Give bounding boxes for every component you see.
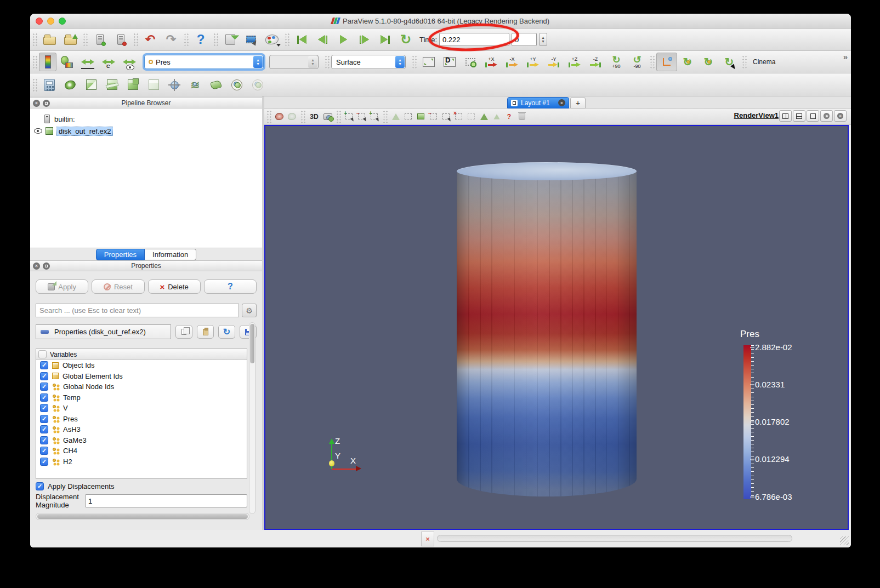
view-minus-z-button[interactable]: -Z [585, 53, 606, 71]
grow-selection-button[interactable] [465, 111, 478, 123]
redo-button[interactable]: ↷ [161, 30, 181, 49]
edit-color-map-button[interactable] [56, 53, 77, 71]
slice-filter-button[interactable] [101, 76, 122, 94]
maximize-view-button[interactable] [807, 110, 819, 122]
search-input[interactable] [36, 304, 239, 317]
variables-header-checkbox[interactable] [38, 350, 47, 358]
apply-displacements-row[interactable]: ✓ Apply Displacements [36, 482, 114, 490]
variable-checkbox[interactable]: ✓ [40, 383, 48, 391]
visibility-eye-icon[interactable] [34, 128, 42, 134]
split-horizontal-button[interactable] [779, 110, 792, 122]
pipeline-item-source[interactable]: disk_out_ref.ex2 [30, 125, 262, 137]
save-data-button[interactable] [60, 30, 81, 49]
tab-layout-1[interactable]: Layout #1 × [507, 97, 569, 109]
paste-properties-button[interactable] [197, 325, 214, 339]
select-points-interactively-button[interactable]: × [452, 111, 465, 123]
variable-checkbox[interactable]: ✓ [40, 458, 48, 466]
split-vertical-button[interactable] [793, 110, 805, 122]
separate-color-map-button[interactable] [286, 111, 298, 123]
variable-row[interactable]: ✓Global Element Ids [36, 371, 247, 382]
tab-properties[interactable]: Properties [96, 249, 145, 260]
variable-checkbox[interactable]: ✓ [40, 404, 48, 412]
warp-by-vector-button[interactable] [206, 76, 226, 94]
previous-frame-button[interactable] [312, 30, 333, 49]
toolbar-overflow-chevron[interactable]: » [843, 52, 848, 61]
view-plus-x-button[interactable]: +X [481, 53, 502, 71]
render-view-name[interactable]: RenderView1 [734, 111, 779, 119]
undock-view-button[interactable] [820, 110, 833, 122]
abort-progress-button[interactable]: × [421, 532, 434, 546]
minimize-window-button[interactable] [47, 18, 54, 25]
last-frame-button[interactable] [374, 30, 395, 49]
variable-checkbox[interactable]: ✓ [40, 393, 48, 402]
frame-number-input[interactable] [512, 33, 537, 46]
view-minus-x-button[interactable]: -X [502, 53, 523, 71]
variable-row[interactable]: ✓V [36, 403, 247, 414]
loop-button[interactable]: ↻ [395, 30, 416, 49]
zoom-to-box-button[interactable] [460, 53, 481, 71]
variable-checkbox[interactable]: ✓ [40, 372, 48, 380]
color-by-dropdown[interactable]: Pres ▴▾ [144, 55, 264, 69]
show-center-of-rotation-button[interactable]: ↻ [677, 53, 698, 71]
clip-filter-button[interactable] [81, 76, 101, 94]
threshold-filter-button[interactable] [122, 76, 143, 94]
resize-grip[interactable] [840, 536, 849, 545]
open-file-button[interactable] [39, 30, 60, 49]
variable-row[interactable]: ✓CH4 [36, 446, 247, 456]
copy-properties-button[interactable] [175, 325, 192, 339]
reset-camera-button[interactable] [418, 53, 439, 71]
render-view[interactable]: Z X Y Pres 2.882e-02 0.02331 0.017802 0.… [264, 125, 849, 530]
variable-row[interactable]: ✓AsH3 [36, 424, 247, 435]
clear-selection-button[interactable] [515, 111, 528, 123]
tab-information[interactable]: Information [145, 249, 196, 260]
auto-apply-button[interactable] [220, 30, 241, 49]
capture-screenshot-button[interactable] [321, 111, 334, 123]
calculator-filter-button[interactable] [39, 76, 60, 94]
tooltip-selection-button[interactable]: ? [503, 111, 515, 123]
toggle-color-legend-button[interactable] [39, 53, 56, 71]
glyph-filter-button[interactable] [164, 76, 185, 94]
delete-button[interactable]: ×Delete [148, 279, 201, 294]
view-plus-z-button[interactable]: +Z [564, 53, 585, 71]
extract-subset-button[interactable] [143, 76, 164, 94]
view-minus-y-button[interactable]: -Y [543, 53, 564, 71]
reset-camera-closest-button[interactable]: D [439, 53, 460, 71]
help-button[interactable]: ? [190, 30, 211, 49]
reset-center-of-rotation-button[interactable]: ↻ [698, 53, 719, 71]
stream-tracer-button[interactable]: ≋ [185, 76, 206, 94]
close-window-button[interactable] [36, 18, 43, 25]
select-points-polygon-button[interactable] [402, 111, 415, 123]
variable-row[interactable]: ✓GaMe3 [36, 435, 247, 446]
first-frame-button[interactable] [291, 30, 312, 49]
select-cells-through-button[interactable]: + [368, 111, 381, 123]
hover-cells-button[interactable] [478, 111, 490, 123]
render-on-interaction-button[interactable] [241, 30, 262, 49]
close-panel-icon[interactable]: × [33, 262, 40, 270]
properties-vertical-scrollbar[interactable] [249, 322, 256, 514]
pick-center-of-rotation-button[interactable]: ↻ [719, 53, 740, 71]
close-tab-icon[interactable]: × [558, 99, 565, 106]
properties-section-header[interactable]: Properties (disk_out_ref.ex2) [36, 324, 171, 339]
close-view-button[interactable]: × [834, 110, 847, 122]
new-layout-tab[interactable]: + [570, 97, 586, 109]
undock-panel-icon[interactable] [43, 100, 50, 107]
group-datasets-button[interactable] [226, 76, 247, 94]
displacement-magnitude-input[interactable] [85, 494, 247, 507]
properties-help-button[interactable]: ? [204, 279, 257, 294]
properties-horizontal-scrollbar[interactable] [36, 513, 249, 520]
apply-displacements-checkbox[interactable]: ✓ [36, 482, 44, 490]
variable-row[interactable]: ✓Temp [36, 392, 247, 403]
variable-row[interactable]: ✓H2 [36, 456, 247, 467]
variable-checkbox[interactable]: ✓ [40, 415, 48, 423]
contour-filter-button[interactable] [60, 76, 81, 94]
variable-checkbox[interactable]: ✓ [40, 361, 48, 369]
select-block-button[interactable] [415, 111, 427, 123]
variable-row[interactable]: ✓Pres [36, 414, 247, 425]
next-frame-button[interactable] [354, 30, 374, 49]
rotate-90-cw-button[interactable]: ↻+90 [606, 53, 627, 71]
pipeline-item-builtin[interactable]: builtin: [30, 113, 262, 125]
component-dropdown[interactable]: ▴▾ [269, 55, 319, 69]
interactive-select-points-button[interactable] [440, 111, 452, 123]
show-orientation-axes-button[interactable] [656, 53, 677, 71]
rescale-to-visible-range-button[interactable] [119, 53, 140, 71]
